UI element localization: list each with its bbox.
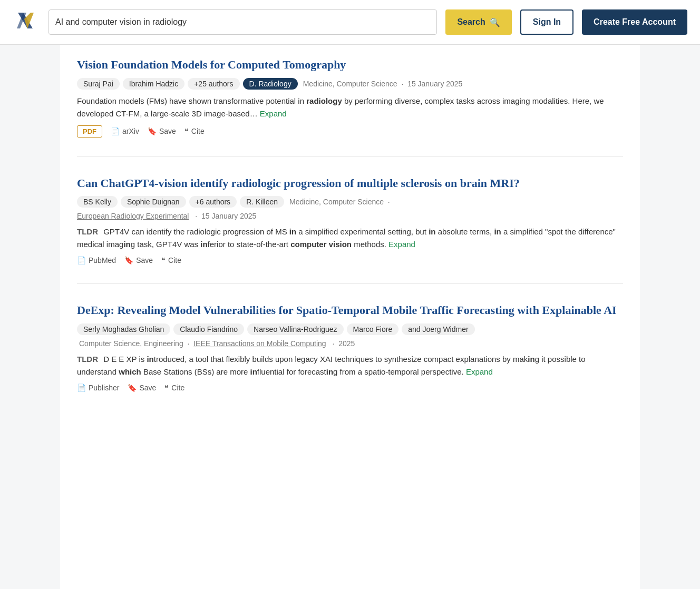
categories-meta: Computer Science, Engineering ·: [79, 339, 191, 348]
tldr-label: TLDR: [77, 355, 98, 364]
author-tag[interactable]: Ibrahim Hadzic: [123, 78, 184, 90]
author-tag[interactable]: Narseo Vallina-Rodriguez: [247, 323, 343, 335]
cite-button[interactable]: ❝ Cite: [164, 384, 184, 392]
author-tag[interactable]: and Joerg Widmer: [402, 323, 474, 335]
author-tag[interactable]: R. Killeen: [240, 196, 284, 208]
author-tag[interactable]: Claudio Fiandrino: [173, 323, 244, 335]
expand-link[interactable]: Expand: [260, 109, 287, 118]
authors-row: Suraj Pai Ibrahim Hadzic +25 authors D. …: [77, 78, 623, 90]
author-tag[interactable]: BS Kelly: [77, 196, 118, 208]
cite-button[interactable]: ❝ Cite: [184, 127, 205, 135]
publisher-button[interactable]: 📄 Publisher: [77, 384, 119, 392]
search-label: Search: [457, 17, 485, 27]
author-tag[interactable]: Sophie Duignan: [121, 196, 186, 208]
categories-meta: Medicine, Computer Science ·: [289, 198, 390, 206]
expand-link[interactable]: Expand: [466, 367, 493, 376]
search-icon: 🔍: [490, 17, 500, 27]
action-row: 📄 PubMed 🔖 Save ❝ Cite: [77, 256, 623, 264]
cite-button[interactable]: ❝ Cite: [161, 256, 181, 264]
abstract: TLDR D E E XP is introduced, a tool that…: [77, 353, 623, 378]
pubmed-button[interactable]: 📄 PubMed: [77, 256, 116, 264]
sign-in-label: Sign In: [533, 17, 561, 26]
abstract: TLDR GPT4V can identify the radiologic p…: [77, 225, 623, 251]
create-account-button[interactable]: Create Free Account: [582, 9, 687, 35]
sign-in-button[interactable]: Sign In: [520, 9, 573, 35]
arxiv-icon: 📄: [111, 127, 120, 135]
cite-icon: ❝: [184, 127, 189, 135]
author-tag[interactable]: Serly Moghadas Gholian: [77, 323, 170, 335]
venue-row: European Radiology Experimental · 15 Jan…: [77, 212, 623, 220]
venue-tag[interactable]: D. Radiology: [243, 78, 298, 90]
create-account-label: Create Free Account: [594, 17, 676, 26]
abstract: Foundation models (FMs) have shown trans…: [77, 95, 623, 120]
action-row: PDF 📄 arXiv 🔖 Save ❝ Cite: [77, 125, 623, 138]
author-tag[interactable]: Marco Fiore: [347, 323, 399, 335]
expand-link[interactable]: Expand: [388, 240, 415, 249]
save-button[interactable]: 🔖 Save: [128, 384, 156, 392]
paper-card: Can ChatGPT4-vision identify radiologic …: [77, 176, 623, 284]
author-tag[interactable]: Suraj Pai: [77, 78, 120, 90]
more-authors-tag[interactable]: +6 authors: [189, 196, 237, 208]
action-row: 📄 Publisher 🔖 Save ❝ Cite: [77, 384, 623, 392]
search-bar: [48, 9, 437, 35]
main-content: Vision Foundation Models for Computed To…: [60, 45, 640, 589]
search-input[interactable]: [55, 17, 430, 27]
header: Search 🔍 Sign In Create Free Account: [0, 0, 700, 45]
paper-title[interactable]: DeExp: Revealing Model Vulnerabilities f…: [77, 303, 623, 318]
venue-link[interactable]: European Radiology Experimental: [77, 212, 189, 220]
tldr-label: TLDR: [77, 227, 98, 236]
save-button[interactable]: 🔖 Save: [148, 127, 176, 135]
cite-icon: ❝: [164, 384, 169, 392]
categories-meta: Medicine, Computer Science · 15 January …: [303, 80, 463, 88]
venue-link[interactable]: IEEE Transactions on Mobile Computing: [193, 339, 326, 348]
date-meta: · 15 January 2025: [193, 212, 256, 220]
date-meta: · 2025: [330, 339, 355, 348]
save-icon: 🔖: [124, 256, 133, 264]
publisher-icon: 📄: [77, 384, 86, 392]
paper-title[interactable]: Vision Foundation Models for Computed To…: [77, 57, 623, 73]
save-button[interactable]: 🔖 Save: [124, 256, 153, 264]
pdf-button[interactable]: PDF: [77, 125, 102, 138]
venue-row: Computer Science, Engineering · IEEE Tra…: [77, 339, 623, 348]
save-icon: 🔖: [148, 127, 157, 135]
logo: [13, 8, 40, 36]
search-button[interactable]: Search 🔍: [445, 9, 511, 35]
paper-title[interactable]: Can ChatGPT4-vision identify radiologic …: [77, 176, 623, 191]
more-authors-tag[interactable]: +25 authors: [188, 78, 239, 90]
save-icon: 🔖: [128, 384, 137, 392]
authors-row: Serly Moghadas Gholian Claudio Fiandrino…: [77, 323, 623, 335]
authors-row: BS Kelly Sophie Duignan +6 authors R. Ki…: [77, 196, 623, 208]
arxiv-button[interactable]: 📄 arXiv: [111, 127, 139, 135]
pubmed-icon: 📄: [77, 256, 86, 264]
cite-icon: ❝: [161, 256, 166, 264]
paper-card: DeExp: Revealing Model Vulnerabilities f…: [77, 303, 623, 411]
paper-card: Vision Foundation Models for Computed To…: [77, 57, 623, 157]
